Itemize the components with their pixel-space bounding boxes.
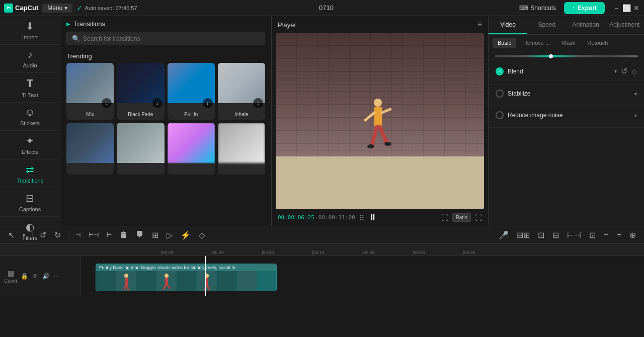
track-link-button[interactable]: ⊟⊞ — [514, 228, 533, 242]
autosave-status: ✓ Auto saved: 07:45:57 — [76, 4, 137, 12]
cover-button[interactable]: ▤ Cover — [4, 269, 18, 284]
window-controls: − ⬜ ✕ — [613, 5, 640, 12]
more-options-icon[interactable]: ··· — [54, 273, 59, 280]
captions-label: Captions — [19, 206, 41, 212]
menu-button[interactable]: Menu ▾ — [42, 4, 72, 13]
mic-button[interactable]: 🎤 — [496, 228, 512, 242]
tab-animation[interactable]: Animation — [567, 16, 605, 34]
transition-item5[interactable] — [66, 123, 114, 174]
tab-speed[interactable]: Speed — [527, 16, 566, 34]
fullscreen-crop-icon[interactable]: ⛶ — [441, 214, 448, 222]
download-blackfade-button[interactable]: ↓ — [152, 98, 163, 108]
split-left-button[interactable]: ⊣ — [72, 229, 84, 240]
video-clip[interactable]: Funny Dancing man blogger shoots video f… — [96, 264, 277, 291]
reduce-noise-dropdown-icon[interactable]: ▾ — [634, 113, 637, 118]
reduce-noise-toggle[interactable] — [496, 111, 504, 119]
export-icon: ↑ — [572, 5, 575, 12]
fullscreen-icon[interactable]: ⛶ — [475, 214, 482, 222]
stabilize-dropdown-icon[interactable]: ▾ — [634, 91, 637, 97]
panel-arrow-icon: ▶ — [66, 21, 70, 27]
toolbar-captions[interactable]: ⊟ Captions — [0, 188, 60, 217]
stabilize-toggle[interactable] — [496, 90, 504, 98]
add-track-button[interactable]: ⊕ — [626, 228, 639, 242]
trending-label: Trending — [60, 49, 271, 63]
left-toolbar: ⬇ Import ♪ Audio T TI Text ☺ Stickers ✦ … — [0, 16, 60, 226]
split-clip-button[interactable]: ⊢⊣ — [564, 228, 584, 242]
frame-person-3-icon — [202, 273, 212, 291]
download-inhale-button[interactable]: ↓ — [253, 98, 263, 108]
select-dropdown-button[interactable]: ▾ — [20, 230, 28, 240]
tab-adjustment[interactable]: Adjustment — [605, 16, 644, 34]
toolbar-stickers[interactable]: ☺ Stickers — [0, 103, 60, 131]
tab-video[interactable]: Video — [489, 16, 527, 34]
toolbar-effects[interactable]: ✦ Effects — [0, 131, 60, 159]
search-icon: 🔍 — [72, 35, 80, 42]
subtab-mask[interactable]: Mask — [557, 38, 580, 48]
subtab-retouch[interactable]: Retouch — [582, 38, 613, 48]
project-id: 0710 — [141, 4, 512, 12]
zoom-out-button[interactable]: − — [601, 228, 611, 241]
split-right-button[interactable]: ⊢ — [104, 229, 115, 240]
zoom-in-button[interactable]: + — [614, 228, 624, 241]
player-scene — [276, 33, 484, 209]
minimize-button[interactable]: − — [613, 5, 620, 12]
transition-inhale[interactable]: ↓ Inhale — [218, 63, 265, 120]
download-pullin-button[interactable]: ↓ — [203, 98, 213, 108]
group-button[interactable]: ⛊ — [133, 228, 147, 241]
search-bar[interactable]: 🔍 — [66, 32, 265, 45]
toolbar-import[interactable]: ⬇ Import — [0, 16, 60, 45]
play-button[interactable]: ⏸ — [368, 212, 377, 223]
transition-blackfade-label: Black Fade — [117, 110, 164, 120]
transition-item7[interactable] — [168, 123, 215, 174]
effects-icon: ✦ — [26, 135, 34, 147]
time-total: 00:00:11:00 — [318, 214, 355, 221]
lock-icon[interactable]: 🔒 — [21, 273, 28, 280]
track-split-1-button[interactable]: ⊡ — [535, 228, 547, 242]
maximize-button[interactable]: ⬜ — [623, 5, 630, 12]
transition-item6[interactable] — [117, 123, 164, 174]
svg-line-10 — [124, 285, 126, 290]
blend-dropdown-icon[interactable]: ▾ — [614, 68, 617, 74]
player-menu-icon[interactable]: ≡ — [477, 20, 482, 29]
transition-item5-label — [66, 171, 114, 175]
transition-pull-in[interactable]: ↓ Pull in — [168, 63, 215, 120]
transition-item8-label — [218, 171, 265, 175]
split-mid-button[interactable]: ⊢⊣ — [86, 229, 102, 240]
subtab-basic[interactable]: Basic — [493, 38, 516, 48]
player-panel: Player ≡ — [272, 16, 488, 226]
blend-diamond-icon[interactable]: ◇ — [631, 67, 637, 75]
subtab-remove[interactable]: Remove ... — [518, 38, 555, 48]
undo-button[interactable]: ↺ — [37, 228, 49, 242]
toolbar-text[interactable]: T TI Text — [0, 73, 60, 103]
search-input[interactable] — [83, 35, 260, 42]
keyframe-button[interactable]: ◇ — [196, 228, 208, 242]
transition-black-fade[interactable]: ↓ Black Fade — [117, 63, 164, 120]
crop-button[interactable]: ⊞ — [149, 228, 162, 242]
shortcuts-button[interactable]: ⌨ Shortcuts — [515, 3, 560, 14]
toolbar-transitions[interactable]: ⇄ Transitions — [0, 159, 60, 188]
select-tool-button[interactable]: ↖ — [5, 228, 18, 242]
track-split-2-button[interactable]: ⊟ — [549, 228, 562, 242]
eye-icon[interactable]: 👁 — [32, 273, 38, 280]
blend-toggle[interactable]: ✓ — [496, 67, 504, 75]
audio-track-icon[interactable]: 🔊 — [42, 273, 50, 280]
stabilize-section: Stabilize ▾ — [489, 85, 644, 106]
frame-1 — [96, 271, 116, 291]
export-button[interactable]: ↑ Export — [564, 2, 605, 14]
close-button[interactable]: ✕ — [633, 5, 640, 12]
sticker-button[interactable]: ⊡ — [586, 228, 599, 242]
toolbar-audio[interactable]: ♪ Audio — [0, 45, 60, 73]
transition-item8[interactable] — [218, 123, 265, 174]
color-bar-handle[interactable] — [549, 54, 553, 58]
play-timeline-button[interactable]: ▷ — [164, 228, 176, 242]
blend-reset-icon[interactable]: ↺ — [621, 66, 627, 76]
transition-mix[interactable]: ↓ Mix — [66, 63, 114, 120]
download-mix-button[interactable]: ↓ — [102, 98, 112, 108]
ratio-button[interactable]: Ratio — [452, 213, 471, 222]
app-logo: ✂ CapCut — [4, 4, 38, 13]
delete-button[interactable]: 🗑 — [117, 228, 131, 241]
redo-button[interactable]: ↻ — [51, 228, 64, 242]
timeline-dots-icon[interactable]: ⠿ — [359, 214, 364, 222]
speed-tool-button[interactable]: ⚡ — [178, 228, 194, 242]
transitions-icon: ⇄ — [26, 163, 34, 176]
